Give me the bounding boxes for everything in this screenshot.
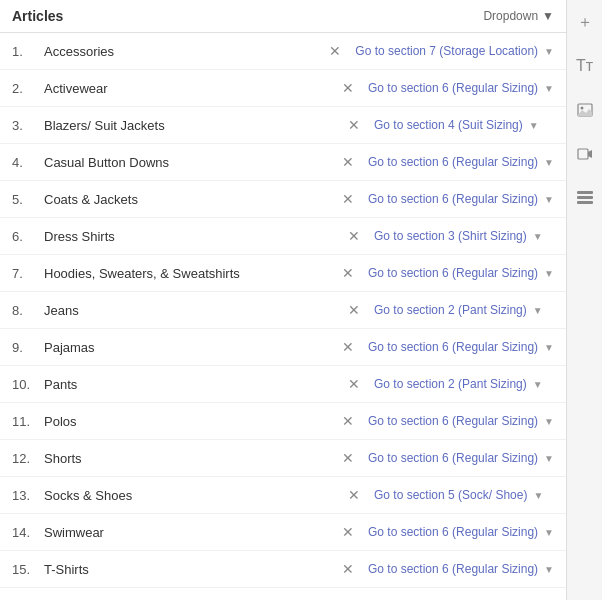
item-action[interactable]: Go to section 7 (Storage Location) ▼ [355, 44, 554, 58]
item-action[interactable]: Go to section 6 (Regular Sizing) ▼ [368, 192, 554, 206]
svg-rect-2 [578, 149, 588, 159]
item-label: Pajamas [44, 340, 340, 355]
svg-rect-5 [577, 196, 593, 199]
remove-item-button[interactable]: ✕ [346, 117, 362, 133]
item-action[interactable]: Go to section 3 (Shirt Sizing) ▼ [374, 229, 554, 243]
item-label: T-Shirts [44, 562, 340, 577]
remove-item-button[interactable]: ✕ [340, 154, 356, 170]
action-chevron-icon: ▼ [533, 379, 543, 390]
text-icon[interactable]: Tт [571, 52, 599, 80]
action-chevron-icon: ▼ [544, 157, 554, 168]
list-item: 8. Jeans ✕ Go to section 2 (Pant Sizing)… [0, 292, 566, 329]
item-label: Shorts [44, 451, 340, 466]
dropdown-chevron-icon: ▼ [542, 9, 554, 23]
item-number: 12. [12, 451, 44, 466]
remove-item-button[interactable]: ✕ [340, 80, 356, 96]
action-chevron-icon: ▼ [533, 305, 543, 316]
item-action[interactable]: Go to section 6 (Regular Sizing) ▼ [368, 414, 554, 428]
action-chevron-icon: ▼ [529, 120, 539, 131]
item-action[interactable]: Go to section 6 (Regular Sizing) ▼ [368, 155, 554, 169]
articles-title: Articles [12, 8, 483, 24]
item-label: Pants [44, 377, 346, 392]
header: Articles Dropdown ▼ [0, 0, 566, 33]
item-action[interactable]: Go to section 6 (Regular Sizing) ▼ [368, 266, 554, 280]
action-chevron-icon: ▼ [544, 83, 554, 94]
item-number: 7. [12, 266, 44, 281]
item-action[interactable]: Go to section 6 (Regular Sizing) ▼ [368, 451, 554, 465]
sidebar: ＋ Tт [566, 0, 602, 600]
video-icon[interactable] [571, 140, 599, 168]
list-item: 13. Socks & Shoes ✕ Go to section 5 (Soc… [0, 477, 566, 514]
list-item: 14. Swimwear ✕ Go to section 6 (Regular … [0, 514, 566, 551]
remove-item-button[interactable]: ✕ [340, 561, 356, 577]
item-label: Swimwear [44, 525, 340, 540]
item-action[interactable]: Go to section 6 (Regular Sizing) ▼ [368, 525, 554, 539]
item-label: Jeans [44, 303, 346, 318]
item-number: 4. [12, 155, 44, 170]
image-icon[interactable] [571, 96, 599, 124]
item-action[interactable]: Go to section 4 (Suit Sizing) ▼ [374, 118, 554, 132]
item-label: Casual Button Downs [44, 155, 340, 170]
action-chevron-icon: ▼ [533, 490, 543, 501]
item-number: 2. [12, 81, 44, 96]
action-chevron-icon: ▼ [544, 453, 554, 464]
remove-item-button[interactable]: ✕ [346, 487, 362, 503]
list-item: 2. Activewear ✕ Go to section 6 (Regular… [0, 70, 566, 107]
items-list: 1. Accessories ✕ Go to section 7 (Storag… [0, 33, 566, 600]
svg-rect-4 [577, 191, 593, 194]
action-chevron-icon: ▼ [544, 194, 554, 205]
remove-item-button[interactable]: ✕ [340, 339, 356, 355]
item-label: Dress Shirts [44, 229, 346, 244]
action-chevron-icon: ▼ [533, 231, 543, 242]
item-label: Polos [44, 414, 340, 429]
dropdown-header[interactable]: Dropdown ▼ [483, 9, 554, 23]
layout-icon[interactable] [571, 184, 599, 212]
item-label: Blazers/ Suit Jackets [44, 118, 346, 133]
item-action[interactable]: Go to section 6 (Regular Sizing) ▼ [368, 562, 554, 576]
item-action[interactable]: Go to section 2 (Pant Sizing) ▼ [374, 377, 554, 391]
item-number: 8. [12, 303, 44, 318]
list-item: 6. Dress Shirts ✕ Go to section 3 (Shirt… [0, 218, 566, 255]
remove-item-button[interactable]: ✕ [346, 376, 362, 392]
item-label: Socks & Shoes [44, 488, 346, 503]
action-chevron-icon: ▼ [544, 416, 554, 427]
item-number: 3. [12, 118, 44, 133]
item-number: 14. [12, 525, 44, 540]
remove-item-button[interactable]: ✕ [340, 450, 356, 466]
item-number: 15. [12, 562, 44, 577]
item-number: 11. [12, 414, 44, 429]
list-item: 3. Blazers/ Suit Jackets ✕ Go to section… [0, 107, 566, 144]
item-number: 9. [12, 340, 44, 355]
remove-item-button[interactable]: ✕ [340, 191, 356, 207]
list-item: 7. Hoodies, Sweaters, & Sweatshirts ✕ Go… [0, 255, 566, 292]
item-number: 10. [12, 377, 44, 392]
remove-item-button[interactable]: ✕ [340, 413, 356, 429]
item-label: Activewear [44, 81, 340, 96]
action-chevron-icon: ▼ [544, 564, 554, 575]
remove-item-button[interactable]: ✕ [340, 265, 356, 281]
list-item: 4. Casual Button Downs ✕ Go to section 6… [0, 144, 566, 181]
add-icon[interactable]: ＋ [571, 8, 599, 36]
list-item: 5. Coats & Jackets ✕ Go to section 6 (Re… [0, 181, 566, 218]
item-action[interactable]: Go to section 6 (Regular Sizing) ▼ [368, 340, 554, 354]
list-item: 11. Polos ✕ Go to section 6 (Regular Siz… [0, 403, 566, 440]
item-action[interactable]: Go to section 6 (Regular Sizing) ▼ [368, 81, 554, 95]
remove-item-button[interactable]: ✕ [340, 524, 356, 540]
remove-item-button[interactable]: ✕ [346, 302, 362, 318]
svg-rect-6 [577, 201, 593, 204]
item-label: Coats & Jackets [44, 192, 340, 207]
articles-list-container: Articles Dropdown ▼ 1. Accessories ✕ Go … [0, 0, 566, 600]
item-label: Hoodies, Sweaters, & Sweatshirts [44, 266, 340, 281]
dropdown-label: Dropdown [483, 9, 538, 23]
item-number: 1. [12, 44, 44, 59]
item-action[interactable]: Go to section 5 (Sock/ Shoe) ▼ [374, 488, 554, 502]
remove-item-button[interactable]: ✕ [346, 228, 362, 244]
list-item: 16. Underwear ✕ Go to section 6 (Regular… [0, 588, 566, 600]
list-item: 15. T-Shirts ✕ Go to section 6 (Regular … [0, 551, 566, 588]
item-action[interactable]: Go to section 2 (Pant Sizing) ▼ [374, 303, 554, 317]
remove-item-button[interactable]: ✕ [327, 43, 343, 59]
list-item: 1. Accessories ✕ Go to section 7 (Storag… [0, 33, 566, 70]
action-chevron-icon: ▼ [544, 46, 554, 57]
list-item: 9. Pajamas ✕ Go to section 6 (Regular Si… [0, 329, 566, 366]
item-number: 5. [12, 192, 44, 207]
